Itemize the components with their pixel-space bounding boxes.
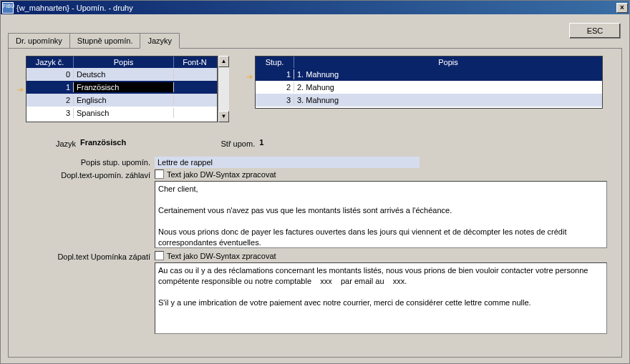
col-header-popis: Popis <box>294 56 602 68</box>
table-row[interactable]: 1 1. Mahnung <box>256 68 602 81</box>
form-area: Jazyk Französisch Stř upom. 1 Popis stup… <box>14 138 616 334</box>
value-stupom: 1 <box>259 138 263 147</box>
row-arrow-icon: ➔ <box>14 83 26 96</box>
table-row[interactable]: 2 2. Mahung <box>256 81 602 94</box>
row-arrow-icon <box>243 83 255 96</box>
tab-panel-jazyky: ➔ Jazyk č. Popis Font-N 0 Deutsch <box>8 49 622 358</box>
language-grid[interactable]: Jazyk č. Popis Font-N 0 Deutsch 1 Franzö… <box>26 56 218 122</box>
table-row[interactable]: 0 Deutsch <box>26 68 217 81</box>
tab-jazyky[interactable]: Jazyky <box>140 33 180 49</box>
row-arrow-icon <box>14 109 26 122</box>
label-dw-syntax-header: Text jako DW-Syntax zpracovat <box>167 170 276 179</box>
row-arrow-icon: ➔ <box>243 70 255 83</box>
scroll-down-icon[interactable]: ▼ <box>218 111 229 122</box>
label-zapati: Dopl.text Upomínka zápatí <box>14 251 155 261</box>
label-dw-syntax-footer: Text jako DW-Syntax zpracovat <box>167 252 276 260</box>
textarea-zahlavi[interactable]: Cher client, Certainement vous n'avez pa… <box>155 181 607 248</box>
checkbox-dw-syntax-header[interactable] <box>155 169 164 179</box>
window-body: ESC Dr. upomínky Stupně upomín. Jazyky ➔ <box>1 14 629 363</box>
row-arrow-icon <box>243 96 255 109</box>
col-header-stup: Stup. <box>256 56 294 68</box>
col-header-font: Font-N <box>174 56 215 68</box>
tab-stupne-upomin[interactable]: Stupně upomín. <box>69 33 141 48</box>
language-arrow-col: ➔ <box>14 56 26 122</box>
checkbox-dw-syntax-footer[interactable] <box>155 251 164 260</box>
tab-bar: Dr. upomínky Stupně upomín. Jazyky <box>8 33 622 49</box>
language-grid-wrap: ➔ Jazyk č. Popis Font-N 0 Deutsch <box>14 56 229 122</box>
label-zahlavi: Dopl.text-upomín. záhlaví <box>14 169 155 179</box>
col-header-jazyk-c: Jazyk č. <box>26 56 74 68</box>
table-row[interactable]: 1 Französisch <box>26 81 217 94</box>
titlebar: FIBU {w_mahnarten} - Upomín. - druhy × <box>1 1 629 14</box>
row-arrow-icon <box>14 70 26 83</box>
row-arrow-icon <box>14 96 26 109</box>
app-icon: FIBU <box>2 2 14 14</box>
stup-arrow-col: ➔ <box>243 56 255 109</box>
col-header-popis: Popis <box>74 56 174 68</box>
esc-button[interactable]: ESC <box>569 23 621 39</box>
textarea-zapati[interactable]: Au cas ou il y a des réclamations concer… <box>155 262 607 334</box>
label-stupom: Stř upom. <box>216 138 259 148</box>
table-row[interactable]: 3 3. Mahnung <box>256 94 602 107</box>
close-button[interactable]: × <box>616 3 628 13</box>
label-jazyk: Jazyk <box>14 138 80 148</box>
scroll-up-icon[interactable]: ▲ <box>218 56 229 67</box>
table-row[interactable]: 3 Spanisch <box>26 107 217 119</box>
input-popis-stup[interactable] <box>155 157 420 168</box>
label-popis-stup: Popis stup. upomín. <box>14 157 155 167</box>
value-jazyk: Französisch <box>80 138 126 147</box>
window: FIBU {w_mahnarten} - Upomín. - druhy × E… <box>0 0 630 364</box>
tab-dr-upominky[interactable]: Dr. upomínky <box>8 33 70 48</box>
stup-grid-wrap: ➔ Stup. Popis 1 1. Mahnung <box>243 56 603 109</box>
stup-grid[interactable]: Stup. Popis 1 1. Mahnung 2 2. Mahung 3 <box>255 56 603 109</box>
window-title: {w_mahnarten} - Upomín. - druhy <box>16 4 616 12</box>
table-row[interactable]: 2 Englisch <box>26 94 217 107</box>
language-grid-scrollbar[interactable]: ▲ ▼ <box>218 56 229 122</box>
